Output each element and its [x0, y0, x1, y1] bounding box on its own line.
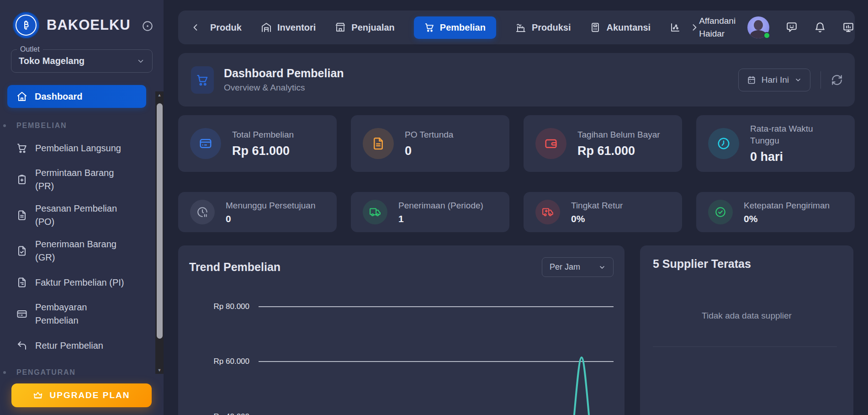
file-icon — [363, 128, 394, 159]
nav-item-laporan-partial[interactable] — [670, 22, 681, 33]
stat-label: Ketepatan Pengiriman — [744, 200, 830, 212]
dashboard-cart-iconbox — [191, 66, 214, 94]
nav-scroll-left-button[interactable] — [191, 23, 200, 32]
factory-icon — [515, 22, 526, 33]
sidebar-items: Pembelian Langsung Permintaan Barang (PR… — [0, 139, 164, 355]
circle-dot-icon — [142, 20, 153, 32]
nav-items: Produk Inventori Penjualan Pembelian Pro… — [210, 16, 681, 39]
scrollbar-thumb[interactable] — [157, 103, 163, 339]
divider — [820, 71, 821, 89]
stat-value: 0% — [744, 213, 830, 224]
chevron-down-icon — [137, 57, 145, 65]
stat-value: Rp 61.000 — [577, 144, 660, 158]
nav-scroll-right-button[interactable] — [690, 23, 699, 32]
nav-item-penjualan[interactable]: Penjualan — [335, 22, 394, 33]
stat-card-tingkat-retur: Tingkat Retur 0% — [524, 192, 682, 232]
stat-label: PO Tertunda — [405, 129, 453, 141]
nav-item-inventori[interactable]: Inventori — [261, 22, 316, 33]
nav-item-akuntansi[interactable]: Akuntansi — [590, 22, 651, 33]
truck-icon — [363, 200, 387, 224]
notifications-button[interactable] — [814, 21, 826, 33]
stat-value: 0 — [405, 144, 453, 158]
top-suppliers-card: 5 Supplier Teratas Tidak ada data suppli… — [640, 245, 853, 415]
stat-value: 0 — [226, 213, 315, 224]
page-title: Dashboard Pembelian — [224, 67, 344, 80]
refresh-button[interactable] — [831, 74, 843, 86]
bell-icon — [814, 21, 826, 33]
sidebar-item-permintaan-barang[interactable]: Permintaan Barang (PR) — [0, 166, 164, 193]
home-icon — [16, 91, 27, 102]
trend-chart-card: Trend Pembelian Per Jam Rp 80.000 Rp 60.… — [178, 245, 625, 415]
wallet-icon — [535, 128, 566, 159]
period-filter-button[interactable]: Hari Ini — [738, 69, 810, 91]
shopping-cart-icon — [424, 22, 434, 32]
chart-interval-select[interactable]: Per Jam — [542, 257, 614, 277]
stat-value: Rp 61.000 — [232, 144, 294, 158]
user-name: Affandani Haidar — [699, 15, 736, 41]
brand-logo — [13, 12, 39, 38]
chart-title: Trend Pembelian — [189, 261, 281, 274]
stat-card-po-tertunda: PO Tertunda 0 — [351, 115, 509, 172]
return-arrow-icon — [16, 340, 27, 351]
scroll-up-arrow[interactable]: ▲ — [155, 91, 164, 99]
sidebar-item-label: Dashboard — [35, 91, 82, 102]
stat-label: Menunggu Persetujuan — [226, 200, 315, 212]
section-bullet — [3, 371, 6, 374]
nav-item-produk[interactable]: Produk — [210, 22, 242, 33]
top-navigation: Produk Inventori Penjualan Pembelian Pro… — [178, 11, 855, 44]
nav-item-pembelian-active[interactable]: Pembelian — [414, 16, 496, 39]
stat-card-penerimaan-periode: Penerimaan (Periode) 1 — [351, 192, 509, 232]
stat-label: Penerimaan (Periode) — [398, 200, 483, 212]
outlet-value: Toko Magelang — [19, 56, 85, 66]
chevron-right-icon — [690, 23, 699, 32]
sidebar-section-pembelian: PEMBELIAN — [0, 122, 164, 130]
brand-name: BAKOELKU — [47, 17, 131, 33]
message-smile-icon — [786, 21, 798, 33]
clock-icon — [708, 128, 739, 159]
clipboard-plus-icon — [16, 174, 27, 185]
display-mode-button[interactable] — [842, 21, 854, 33]
sidebar-item-penerimaan-barang[interactable]: Penerimaan Barang (GR) — [0, 238, 164, 264]
sidebar-item-retur-pembelian[interactable]: Retur Pembelian — [0, 336, 164, 355]
nav-user-area: Affandani Haidar — [699, 15, 854, 41]
page-subtitle: Overview & Analytics — [224, 83, 344, 93]
outlet-label: Outlet — [17, 45, 43, 53]
sidebar-item-pembelian-langsung[interactable]: Pembelian Langsung — [0, 139, 164, 157]
scroll-down-arrow[interactable]: ▼ — [155, 367, 164, 374]
user-avatar[interactable] — [747, 16, 769, 38]
sidebar-scrollbar[interactable]: ▲ ▼ — [155, 91, 164, 374]
crown-icon — [33, 390, 43, 400]
upgrade-plan-button[interactable]: UPGRADE PLAN — [11, 383, 152, 407]
sidebar: BAKOELKU Outlet Toko Magelang Dashboard … — [0, 0, 164, 415]
sidebar-item-pesanan-pembelian[interactable]: Pesanan Pembelian (PO) — [0, 202, 164, 229]
sidebar-item-pembayaran-pembelian[interactable]: Pembayaran Pembelian — [0, 301, 164, 327]
nav-item-produksi[interactable]: Produksi — [515, 22, 571, 33]
credit-card-icon — [190, 128, 221, 159]
refresh-icon — [831, 74, 843, 86]
sidebar-item-faktur-pembelian[interactable]: Faktur Pembelian (PI) — [0, 273, 164, 292]
calendar-icon — [747, 75, 756, 85]
section-bullet — [3, 124, 6, 127]
stat-label: Total Pembelian — [232, 129, 294, 141]
stat-value: 0 hari — [750, 150, 837, 164]
brand-header: BAKOELKU — [0, 0, 164, 38]
stat-card-ketepatan-pengiriman: Ketepatan Pengiriman 0% — [696, 192, 855, 232]
chevron-left-icon — [191, 23, 200, 32]
sidebar-toggle-button[interactable] — [142, 20, 153, 32]
stat-label: Rata-rata Waktu Tunggu — [750, 123, 837, 146]
messages-button[interactable] — [786, 21, 798, 33]
sidebar-section-pengaturan: PENGATURAN — [0, 368, 164, 377]
warehouse-icon — [261, 22, 272, 33]
store-icon — [335, 22, 346, 33]
online-status-dot — [763, 32, 770, 39]
file-invoice-icon — [16, 277, 27, 288]
calculator-icon — [590, 22, 601, 33]
stats-row-1: Total Pembelian Rp 61.000 PO Tertunda 0 … — [178, 115, 855, 172]
monitor-chart-icon — [842, 21, 854, 33]
stats-row-2: Menunggu Persetujuan 0 Penerimaan (Perio… — [178, 192, 855, 232]
stat-card-menunggu-persetujuan: Menunggu Persetujuan 0 — [178, 192, 337, 232]
outlet-select[interactable]: Outlet Toko Magelang — [11, 49, 153, 73]
supplier-divider — [653, 346, 837, 347]
trend-line-series — [189, 285, 635, 415]
sidebar-item-dashboard[interactable]: Dashboard — [7, 85, 146, 108]
